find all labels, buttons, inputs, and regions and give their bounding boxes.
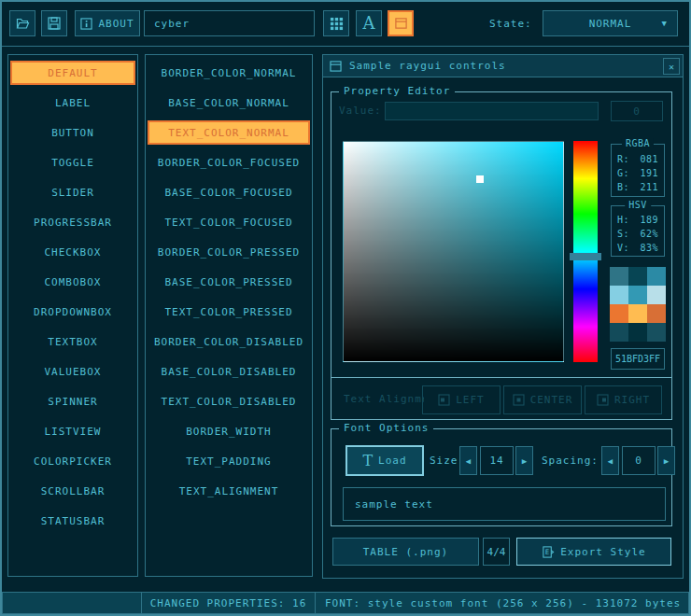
g-value: 191 [640,166,658,180]
controls-list-item[interactable]: COMBOBOX [10,270,135,294]
g-label: G: [617,166,629,180]
state-dropdown[interactable]: NORMAL ▼ [543,10,678,36]
b-value: 211 [640,180,658,194]
font-view-button[interactable]: A [356,10,382,36]
properties-list-item[interactable]: BASE_COLOR_PRESSED [148,270,310,294]
properties-list-item[interactable]: TEXT_COLOR_FOCUSED [148,210,310,234]
properties-list-item[interactable]: BORDER_COLOR_DISABLED [148,329,310,354]
palette-swatch[interactable] [610,267,628,286]
size-value-box[interactable]: 14 [480,446,514,475]
properties-list-item[interactable]: BORDER_COLOR_FOCUSED [148,150,310,175]
hue-slider[interactable] [573,141,598,362]
v-label: V: [617,241,629,255]
controls-list-item[interactable]: DEFAULT [10,61,135,85]
font-info-text: FONT: style custom font (256 x 256) - 13… [325,597,681,609]
controls-list-item[interactable]: TOGGLE [10,150,135,175]
open-style-button[interactable] [9,10,35,36]
rguistyler-app-window: ABOUT A State: NORMAL ▼ DEFAULTLABELBUTT… [0,0,691,616]
properties-list-item[interactable]: TEXT_COLOR_NORMAL [148,120,310,145]
properties-list-item[interactable]: BORDER_COLOR_NORMAL [148,61,310,85]
sample-window-titlebar[interactable]: Sample raygui controls ✕ [323,55,683,77]
properties-list-item[interactable]: TEXT_ALIGNMENT [148,479,310,503]
font-sample-textbox[interactable]: sample text [343,487,666,521]
state-dropdown-value: NORMAL [589,18,632,30]
about-button[interactable]: ABOUT [75,10,140,36]
value-slider[interactable] [385,102,599,120]
arrow-left-icon: ◀ [466,456,471,466]
style-grid-view-button[interactable] [323,10,349,36]
controls-list-item[interactable]: CHECKBOX [10,240,135,264]
save-style-button[interactable] [41,10,67,36]
close-icon[interactable]: ✕ [663,58,680,75]
controls-list-item[interactable]: BUTTON [10,120,135,145]
palette-swatch[interactable] [647,323,666,342]
controls-list-item[interactable]: DROPDOWNBOX [10,300,135,324]
arrow-left-icon: ◀ [608,456,613,466]
palette-swatch[interactable] [610,304,628,323]
hue-slider-handle[interactable] [570,253,601,260]
window-icon [394,17,408,30]
palette-swatch[interactable] [610,323,628,342]
rgba-group: RGBA R:081 G:191 B:211 [611,144,665,197]
style-name-input[interactable] [144,10,315,36]
color-picker-cursor[interactable] [476,175,484,183]
properties-list-item[interactable]: BORDER_WIDTH [148,419,310,443]
arrow-right-icon: ▶ [664,456,669,466]
controls-list-item[interactable]: SLIDER [10,180,135,204]
controls-list-item[interactable]: COLORPICKER [10,449,135,473]
palette-swatch[interactable] [628,304,647,323]
h-label: H: [617,213,629,227]
hex-color-box[interactable]: 51BFD3FF [611,348,665,370]
export-style-label: Export Style [560,546,645,558]
palette-swatch[interactable] [628,323,647,342]
controls-list-item[interactable]: SCROLLBAR [10,479,135,503]
statusbar-changed-properties: CHANGED PROPERTIES: 16 [141,592,316,614]
controls-list-item[interactable]: SPINNER [10,389,135,413]
palette-swatch[interactable] [647,286,666,304]
chevron-down-icon: ▼ [662,19,668,28]
window-view-button[interactable] [388,10,414,36]
sample-controls-window: Sample raygui controls ✕ Property Editor… [322,54,684,579]
align-center-button[interactable]: CENTER [503,385,582,414]
spacing-increase-button[interactable]: ▶ [657,446,675,475]
align-left-button[interactable]: LEFT [422,385,501,414]
folder-open-icon [15,16,30,31]
size-increase-button[interactable]: ▶ [515,446,533,475]
controls-list-item[interactable]: STATUSBAR [10,509,135,533]
properties-list-item[interactable]: BASE_COLOR_DISABLED [148,359,310,384]
palette-swatch[interactable] [610,286,628,304]
palette-swatch[interactable] [647,304,666,323]
style-color-palette [610,267,666,342]
properties-list-item[interactable]: BASE_COLOR_FOCUSED [148,180,310,204]
properties-list-item[interactable]: BORDER_COLOR_PRESSED [148,240,310,264]
hsv-group: HSV H:189 S:62% V:83% [611,205,665,257]
export-file-icon: E [542,545,555,559]
palette-swatch[interactable] [628,286,647,304]
palette-swatch[interactable] [647,267,666,286]
properties-list-item[interactable]: BASE_COLOR_NORMAL [148,91,310,115]
spacing-decrease-button[interactable]: ◀ [601,446,619,475]
load-font-button[interactable]: T Load [346,445,424,476]
palette-swatch[interactable] [628,267,647,286]
controls-list-item[interactable]: PROGRESSBAR [10,210,135,234]
letter-t-icon: T [362,454,373,469]
controls-list-item[interactable]: LABEL [10,91,135,115]
export-table-format-button[interactable]: TABLE (.png) [332,538,479,566]
size-decrease-button[interactable]: ◀ [459,446,477,475]
controls-list-item[interactable]: VALUEBOX [10,359,135,384]
color-saturation-value-panel[interactable] [343,141,564,362]
export-format-pages[interactable]: 4/4 [483,538,510,566]
controls-list: DEFAULTLABELBUTTONTOGGLESLIDERPROGRESSBA… [7,54,138,577]
controls-list-item[interactable]: TEXTBOX [10,329,135,354]
value-button[interactable]: 0 [611,101,663,121]
properties-list-item[interactable]: TEXT_PADDING [148,449,310,473]
controls-list-item[interactable]: LISTVIEW [10,419,135,443]
spacing-value-box[interactable]: 0 [622,446,656,475]
align-right-button[interactable]: RIGHT [585,385,662,414]
export-style-button[interactable]: E Export Style [516,538,671,566]
align-left-label: LEFT [456,394,485,406]
sample-window-title: Sample raygui controls [349,60,506,72]
properties-list-item[interactable]: TEXT_COLOR_DISABLED [148,389,310,413]
property-editor-label: Property Editor [339,85,455,97]
properties-list-item[interactable]: TEXT_COLOR_PRESSED [148,300,310,324]
